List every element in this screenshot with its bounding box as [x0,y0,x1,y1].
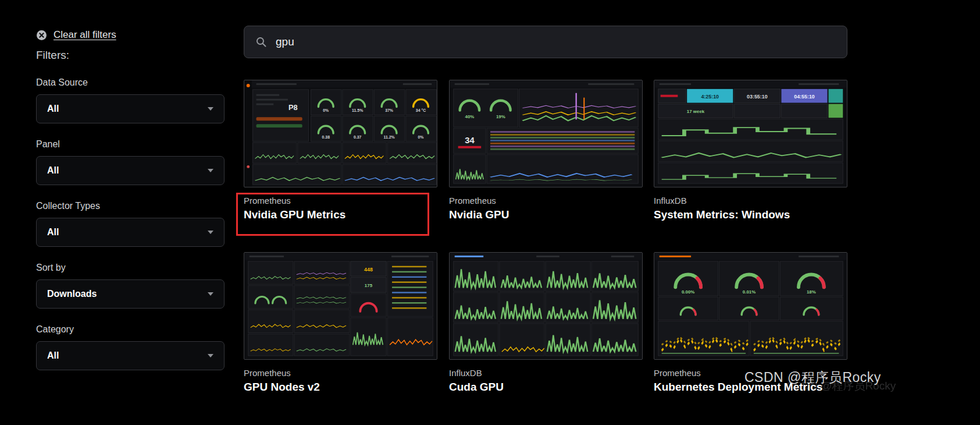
dashboard-card[interactable]: 40% 19% 34 [449,80,643,221]
card-title[interactable]: Nvidia GPU [449,208,643,221]
svg-text:175: 175 [365,283,373,288]
select-value: All [47,165,59,176]
collector-types-select[interactable]: All [36,218,224,247]
dashboard-thumbnail[interactable]: 40% 19% 34 [449,80,643,187]
thumbnail-art-kubernetes-deployment-metrics: 0.00% 0.01% 18% [654,253,847,359]
filters-heading: Filters: [36,49,69,62]
card-title[interactable]: System Metrics: Windows [654,208,847,221]
thumbnail-art-gpu-nodes-v2: 448 175 [244,253,437,359]
category-select[interactable]: All [36,341,224,370]
dashboard-thumbnail[interactable]: P8 0% 11.5% 37% 34 °C 0.38 [244,80,437,187]
svg-text:0.01%: 0.01% [743,289,756,295]
card-title[interactable]: GPU Nodes v2 [244,381,437,394]
card-publisher: Prometheus [449,196,643,206]
dashboard-card[interactable]: InfluxDB Cuda GPU [449,252,643,394]
svg-text:0.37: 0.37 [354,135,362,139]
thumbnail-art-nvidia-gpu-metrics: P8 0% 11.5% 37% 34 °C 0.38 [244,80,437,187]
svg-text:37%: 37% [385,108,393,112]
filter-label: Category [36,324,224,335]
svg-text:34 °C: 34 °C [416,108,426,112]
filter-label: Collector Types [36,201,224,211]
thumbnail-art-system-metrics-windows: 4:25:10 03:55:10 04:55:10 17 week [654,80,847,187]
clear-all-filters[interactable]: Clear all filters [36,29,116,41]
svg-text:04:55:10: 04:55:10 [794,94,815,100]
select-value: Downloads [47,289,97,299]
chevron-down-icon [208,354,213,357]
svg-text:17 week: 17 week [687,109,705,114]
chevron-down-icon [208,231,213,234]
filter-label: Sort by [36,263,224,273]
chevron-down-icon [208,107,213,111]
select-value: All [47,227,59,238]
svg-text:0.38: 0.38 [322,135,330,139]
thumbnail-art-nvidia-gpu: 40% 19% 34 [450,80,642,187]
svg-text:18%: 18% [807,289,816,295]
select-value: All [47,350,59,361]
select-value: All [47,104,59,114]
search-icon [255,36,267,48]
search-bar [244,26,847,58]
svg-text:0%: 0% [323,108,329,112]
card-publisher: InfluxDB [449,368,643,378]
card-title[interactable]: Nvidia GPU Metrics [244,208,437,221]
svg-text:03:55:10: 03:55:10 [747,94,768,100]
filter-group-category: Category All [36,324,224,370]
filter-group-sort-by: Sort by Downloads [36,263,224,309]
svg-text:19%: 19% [496,114,505,119]
thumbnail-art-cuda-gpu [450,253,642,359]
dashboard-thumbnail[interactable]: 0.00% 0.01% 18% [654,252,847,360]
chevron-down-icon [208,169,213,172]
svg-text:11.2%: 11.2% [383,135,394,139]
card-publisher: Prometheus [244,368,437,378]
panel-select[interactable]: All [36,156,224,185]
filter-group-data-source: Data Source All [36,77,224,123]
dashboard-card[interactable]: P8 0% 11.5% 37% 34 °C 0.38 [244,80,437,221]
svg-text:448: 448 [364,267,373,272]
svg-text:0%: 0% [418,135,423,139]
svg-text:0.00%: 0.00% [682,289,694,295]
sort-by-select[interactable]: Downloads [36,279,224,309]
chevron-down-icon [208,292,213,296]
dashboard-thumbnail[interactable] [449,252,643,360]
dashboard-thumbnail[interactable]: 448 175 [244,252,437,360]
card-publisher: InfluxDB [654,196,847,206]
svg-text:P8: P8 [288,103,298,112]
data-source-select[interactable]: All [36,94,224,123]
filter-label: Panel [36,139,224,150]
clear-all-filters-link[interactable]: Clear all filters [54,29,116,41]
svg-text:11.5%: 11.5% [352,108,363,112]
watermark: CSDN @程序员Rocky [744,369,881,387]
filter-label: Data Source [36,77,224,88]
card-title[interactable]: Cuda GPU [449,381,643,394]
filter-group-collector-types: Collector Types All [36,201,224,247]
filter-group-panel: Panel All [36,139,224,185]
dashboard-card[interactable]: 448 175 Prometheus [244,252,437,394]
svg-text:34: 34 [465,136,475,145]
page: Clear all filters Filters: Data Source A… [0,0,980,425]
dashboard-card[interactable]: 4:25:10 03:55:10 04:55:10 17 week Influx… [654,80,847,221]
card-publisher: Prometheus [244,196,437,206]
dashboard-thumbnail[interactable]: 4:25:10 03:55:10 04:55:10 17 week [654,80,847,187]
svg-text:40%: 40% [465,114,475,119]
svg-text:4:25:10: 4:25:10 [701,94,719,100]
search-input[interactable] [275,35,836,49]
circle-x-icon[interactable] [36,30,47,41]
